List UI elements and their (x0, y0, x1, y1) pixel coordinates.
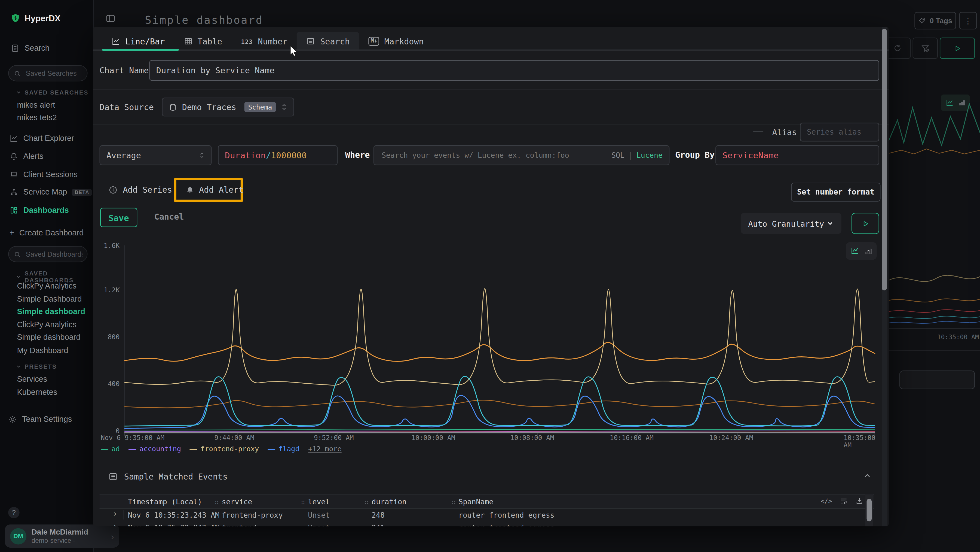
x-axis-label: 10:00:00 AM (411, 434, 455, 441)
saved-search-item[interactable]: mikes alert (17, 101, 55, 110)
saved-search-item[interactable]: mikes tets2 (17, 113, 57, 122)
drag-handle-icon[interactable]: ∷ (452, 499, 455, 506)
sidebar: HyperDX Search SAVED SEARCHES mikes aler… (0, 0, 94, 552)
sidebar-collapse-button[interactable] (105, 13, 116, 24)
add-series-button[interactable]: Add Series (108, 185, 172, 195)
group-by-input[interactable]: ServiceName (715, 145, 879, 165)
table-icon (184, 37, 192, 46)
set-number-format-button[interactable]: Set number format (791, 183, 881, 202)
saved-searches-header[interactable]: SAVED SEARCHES (16, 89, 89, 96)
legend-item[interactable]: flagd (268, 445, 299, 453)
help-button[interactable]: ? (8, 507, 20, 518)
wrap-lines-icon[interactable] (840, 497, 848, 505)
sidebar-item-search[interactable]: Search (11, 44, 49, 53)
number-123-icon: 123 (241, 38, 253, 45)
expand-row-icon[interactable]: › (113, 522, 117, 526)
sample-events-header[interactable]: Sample Matched Events (108, 472, 228, 481)
expand-row-icon[interactable]: › (113, 509, 117, 518)
legend-item[interactable]: frontend-proxy (190, 445, 259, 453)
bell-icon (186, 185, 194, 194)
active-tab-underline (102, 49, 179, 51)
timeseries-chart[interactable] (123, 241, 875, 439)
filter-button[interactable] (913, 38, 938, 59)
table-row[interactable]: › Nov 6 10:35:22.843 AM frontend Unset 2… (100, 521, 874, 526)
user-name: Dale McDiarmid (32, 528, 88, 537)
legend-item[interactable]: accounting (129, 445, 181, 453)
saved-searches-searchbox[interactable] (8, 65, 88, 81)
lucene-toggle[interactable]: Lucene (636, 151, 663, 160)
create-dashboard-button[interactable]: + Create Dashboard (10, 228, 84, 237)
table-row[interactable]: › Nov 6 10:35:23.243 AM frontend-proxy U… (100, 509, 874, 522)
modal-scrollbar-thumb[interactable] (882, 29, 887, 290)
data-source-value: Demo Traces (182, 102, 236, 112)
avatar: DM (10, 528, 26, 544)
sql-toggle[interactable]: SQL (611, 151, 624, 160)
aggregation-field-input[interactable]: Duration/1000000 (218, 145, 338, 165)
legend-more-link[interactable]: +12 more (308, 445, 342, 453)
where-search-input[interactable]: SQL | Lucene (374, 145, 670, 165)
sidebar-item-team-settings[interactable]: Team Settings (8, 415, 72, 424)
col-service[interactable]: ∷service (215, 498, 252, 506)
dashboard-list-item[interactable]: ClickPy Analytics (17, 282, 76, 290)
background-divider (889, 350, 980, 351)
presets-header[interactable]: PRESETS (16, 363, 57, 370)
preset-item-kubernetes[interactable]: Kubernetes (17, 388, 57, 397)
sidebar-item-chart-explorer[interactable]: Chart Explorer (10, 134, 74, 143)
save-button[interactable]: Save (100, 208, 137, 227)
dashboard-list-item-active[interactable]: Simple dashboard (17, 307, 85, 316)
chart-name-input[interactable] (149, 60, 879, 81)
user-menu[interactable]: DM Dale McDiarmid demo-service - › (5, 525, 119, 548)
tab-search[interactable]: Search (297, 32, 360, 51)
sidebar-item-dashboards[interactable]: Dashboards (10, 206, 69, 215)
sidebar-item-client-sessions[interactable]: Client Sessions (10, 170, 78, 179)
drag-handle-icon[interactable]: ∷ (215, 499, 219, 506)
sidebar-item-alerts[interactable]: Alerts (10, 152, 43, 161)
saved-dashboards-input[interactable] (24, 250, 84, 258)
collapse-section-button[interactable] (863, 471, 872, 480)
sidebar-item-service-map[interactable]: Service Map BETA (10, 188, 92, 196)
tab-markdown[interactable]: M↓ Markdown (360, 32, 433, 51)
tags-button[interactable]: 0 Tags (915, 12, 956, 29)
table-scrollbar-track[interactable] (865, 495, 873, 526)
aggregation-select[interactable]: Average (100, 145, 212, 165)
plus-icon: + (10, 228, 14, 237)
app-logo[interactable]: HyperDX (11, 13, 60, 23)
background-input-box[interactable] (899, 370, 975, 389)
dashboard-list-item[interactable]: My Dashboard (17, 346, 68, 355)
filter-edit-icon (920, 44, 930, 53)
modal-scrollbar-track[interactable] (882, 27, 887, 526)
download-icon[interactable] (855, 497, 864, 505)
data-source-select[interactable]: Demo Traces Schema (162, 97, 294, 116)
col-level[interactable]: ∷level (301, 498, 330, 506)
section-divider (93, 124, 889, 125)
code-icon[interactable]: </> (821, 498, 832, 504)
col-timestamp[interactable]: Timestamp (Local) (128, 498, 202, 506)
tab-line-bar[interactable]: Line/Bar (102, 32, 174, 51)
dashboard-list-item[interactable]: ClickPy Analytics (17, 321, 76, 329)
saved-dashboards-searchbox[interactable] (8, 246, 88, 262)
saved-searches-input[interactable] (24, 69, 84, 78)
col-spanname[interactable]: ∷SpanName (452, 498, 493, 506)
run-query-button-background[interactable] (940, 38, 975, 59)
bell-icon (10, 152, 18, 161)
tab-number[interactable]: 123 Number (232, 32, 297, 51)
drag-handle-icon[interactable]: ∷ (301, 499, 305, 506)
col-duration[interactable]: ∷duration (365, 498, 407, 506)
cancel-button[interactable]: Cancel (154, 212, 184, 222)
add-alert-button[interactable]: Add Alert (186, 185, 243, 195)
where-input-field[interactable] (380, 150, 611, 160)
run-chart-button[interactable] (851, 213, 879, 234)
tab-table[interactable]: Table (174, 32, 232, 51)
series-alias-input[interactable] (800, 123, 879, 141)
legend-item[interactable]: ad (101, 445, 120, 453)
section-divider (93, 89, 889, 90)
granularity-select[interactable]: Auto Granularity (741, 213, 842, 234)
select-updown-icon (199, 152, 205, 159)
drag-handle-icon[interactable]: ∷ (365, 499, 369, 506)
more-menu-button[interactable]: ⋮ (959, 12, 977, 29)
sidebar-search-label: Search (24, 44, 49, 53)
dashboard-list-item[interactable]: Simple Dashboard (17, 295, 82, 303)
dashboard-list-item[interactable]: Simple dashboard (17, 333, 80, 341)
table-scrollbar-thumb[interactable] (867, 499, 872, 522)
preset-item-services[interactable]: Services (17, 375, 47, 384)
